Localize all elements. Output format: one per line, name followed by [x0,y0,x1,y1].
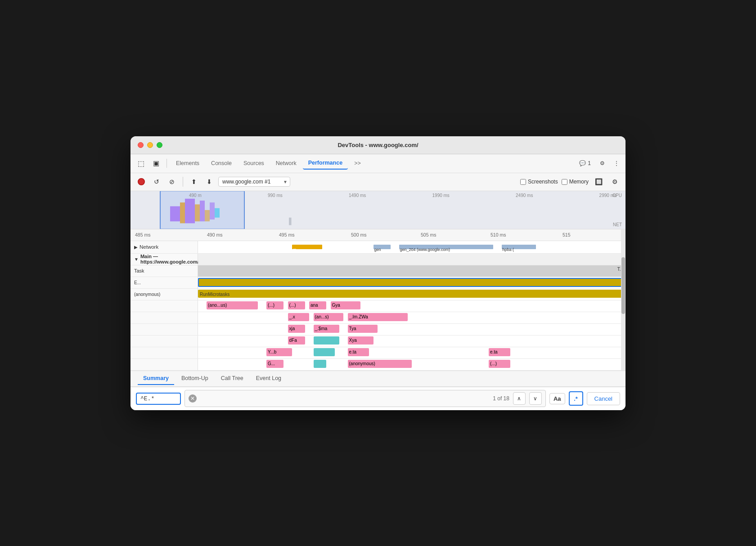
search-input-wrapper[interactable] [136,393,181,405]
flame-teal3 [314,360,327,368]
match-case-button[interactable]: Aa [549,393,565,404]
main-track-header: ▼ Main — https://www.google.com/ [130,254,626,265]
vertical-scrollbar[interactable] [621,229,626,371]
expand-icon[interactable]: ▶ [134,245,138,250]
search-input[interactable] [140,395,167,402]
flame-gya: Gya [331,301,361,309]
flame-row-4-content[interactable]: dFa Xya [198,336,626,347]
flame-sma: _.$ma [314,325,339,333]
tab-performance[interactable]: Performance [303,157,348,170]
main-label: Main — https://www.google.com/ [140,254,199,264]
performance-settings-button[interactable]: ⚙ [608,175,621,188]
overview-mark-5: 2490 ms [516,193,533,198]
scrollbar-thumb[interactable] [621,257,625,314]
flame-paren1: (...) [266,301,284,309]
upload-button[interactable]: ⬆ [188,175,200,188]
run-microtasks-name: RunMicrotasks [198,292,230,297]
tab-more[interactable]: >> [349,157,366,169]
tab-bottom-up[interactable]: Bottom-Up [176,372,214,385]
bottom-tabs: Summary Bottom-Up Call Tree Event Log [130,371,626,387]
time-mark-505: 505 ms [421,232,436,237]
task-content[interactable]: T... [198,265,626,277]
net-bar-hpba: hpba ( [502,245,536,249]
time-mark-490: 490 ms [207,232,222,237]
more-button[interactable]: ⋮ [611,158,622,168]
flame-row-2-label [130,312,198,323]
overview-mark-2: 990 ms [268,193,283,198]
flame-row-2-content[interactable]: _.x (an...s) _.lm.ZWa [198,312,626,323]
minimize-button[interactable] [147,142,153,148]
flame-row-6-content[interactable]: G... (anonymous) (...) [198,359,626,370]
maximize-button[interactable] [157,142,162,148]
window-controls [138,142,162,148]
screenshots-checkbox[interactable] [520,179,526,185]
net-bar-label-gen204: gen_204 (www.google.com) [399,247,450,252]
flame-chart-area: 485 ms 490 ms 495 ms 500 ms 505 ms 510 m… [130,229,626,371]
flame-dfa: dFa [288,336,305,345]
search-clear-button[interactable]: ✕ [189,394,197,403]
memory-checkbox[interactable] [562,179,567,185]
timeline-overview-area[interactable]: CPU NET 490 m 990 ms 1490 ms 1990 ms 249… [130,191,626,229]
record-button[interactable] [135,175,148,188]
select-tool-button[interactable]: ⬚ [134,157,148,170]
overview-mark-6: 2990 ms [599,193,616,198]
overview-time-marks: 490 m 990 ms 1490 ms 1990 ms 2490 ms 299… [189,193,616,198]
network-track-content[interactable]: m... gen gen_204 (www.google.com) hpba ( [198,241,626,253]
search-next-button[interactable]: ∨ [529,392,542,405]
tab-divider [166,159,167,168]
close-button[interactable] [138,142,144,148]
time-ruler: 485 ms 490 ms 495 ms 500 ms 505 ms 510 m… [130,229,626,241]
tab-event-log[interactable]: Event Log [251,372,287,385]
collapse-icon[interactable]: ▼ [134,257,139,262]
device-toolbar-button[interactable]: ▣ [149,157,163,170]
evaluate-script-row: E... 27.79 ms (self 27 μs) Evaluate Scri… [130,277,626,289]
flame-xya: Xya [348,336,374,345]
flame-paren3: (...) [489,360,510,368]
clear-button[interactable]: ⊘ [166,175,178,188]
tab-bar: Elements Console Sources Network Perform… [171,157,366,170]
flame-row-3-label [130,324,198,335]
flame-anous: (ano...us) [207,301,258,309]
flame-row-6-label [130,359,198,370]
net-bar-label-m: m... [292,247,300,252]
toolbar-right: 💬 1 ⚙ ⋮ [576,158,622,168]
tab-elements[interactable]: Elements [171,157,205,169]
net-bar-gen204: gen_204 (www.google.com) [399,245,493,249]
rec-right: Screenshots Memory 🔲 ⚙ [520,175,621,188]
memory-checkbox-label[interactable]: Memory [562,179,589,185]
url-select[interactable]: www.google.com #1 [218,177,290,187]
tab-network[interactable]: Network [270,157,302,169]
flame-row-1: (ano...us) (...) (...) ana Gya [130,300,626,312]
time-mark-500: 500 ms [351,232,366,237]
regex-button[interactable]: .* [569,391,583,406]
task-label: Task [130,265,198,277]
flame-row-5-content[interactable]: Y...b e.ta e.ta [198,347,626,358]
flame-row-3-content[interactable]: xja _.$ma Tya [198,324,626,335]
run-microtasks-content[interactable]: RunMicrotasks [198,289,626,300]
tab-sources[interactable]: Sources [238,157,270,169]
window-title: DevTools - www.google.com/ [338,142,418,148]
tab-toolbar: ⬚ ▣ Elements Console Sources Network Per… [130,154,626,173]
settings-button[interactable]: ⚙ [597,158,608,168]
notification-icon: 💬 [579,160,586,166]
cancel-button[interactable]: Cancel [587,392,620,405]
screenshots-checkbox-label[interactable]: Screenshots [520,179,558,185]
flame-teal2 [314,348,335,356]
network-track-label: ▶ Network [130,241,198,253]
notification-button[interactable]: 💬 1 [576,158,594,168]
capture-settings-button[interactable]: 🔲 [592,175,605,188]
reload-button[interactable]: ↺ [150,175,163,188]
tab-console[interactable]: Console [206,157,237,169]
title-bar: DevTools - www.google.com/ [130,136,626,154]
time-mark-515: 515 [562,232,571,237]
search-prev-button[interactable]: ∧ [513,392,526,405]
record-icon [138,178,145,185]
tab-call-tree[interactable]: Call Tree [216,372,249,385]
net-bar-label-hpba: hpba ( [502,247,514,252]
download-button[interactable]: ⬇ [203,175,216,188]
flame-teal1 [314,336,339,345]
run-microtasks-bar: RunMicrotasks [198,290,623,298]
flame-row-1-content[interactable]: (ano...us) (...) (...) ana Gya [198,300,626,312]
tab-summary[interactable]: Summary [138,372,174,385]
evaluate-script-content[interactable]: 27.79 ms (self 27 μs) Evaluate Script [198,277,626,288]
